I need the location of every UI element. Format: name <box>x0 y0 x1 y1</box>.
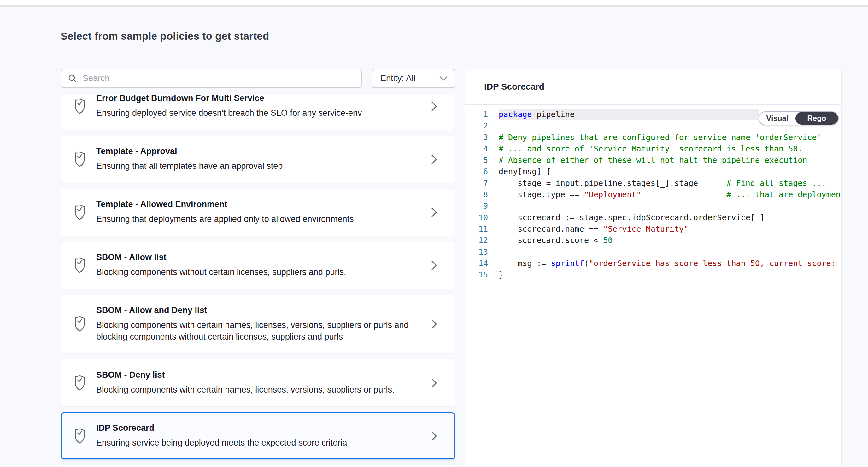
line-content: stage = input.pipeline.stages[_].stage #… <box>499 178 841 189</box>
policy-card-peek[interactable] <box>61 465 455 467</box>
line-content: msg := sprintf("orderService has score l… <box>499 258 841 269</box>
chevron-down-icon <box>439 76 447 81</box>
line-number: 12 <box>465 235 488 246</box>
line-number: 2 <box>465 120 488 132</box>
policy-list: Error Budget Burndown For Multi Service … <box>61 95 455 467</box>
code-line: 3# Deny pipelines that are configured fo… <box>465 132 841 143</box>
shield-check-icon <box>72 257 87 273</box>
line-content: # ... and score of 'Service Maturity' sc… <box>499 143 841 155</box>
chevron-right-icon <box>432 207 437 217</box>
line-content: scorecard := stage.spec.idpScorecard.ord… <box>499 212 841 224</box>
line-content: scorecard.score < 50 <box>499 235 841 246</box>
code-line: 6deny[msg] { <box>465 166 841 177</box>
line-number: 14 <box>465 258 488 269</box>
policy-title: SBOM - Allow list <box>96 253 419 262</box>
line-number: 5 <box>465 155 488 166</box>
chevron-right-icon <box>432 319 437 329</box>
line-content <box>499 200 841 212</box>
line-content: # Deny pipelines that are configured for… <box>499 132 841 143</box>
line-number: 8 <box>465 189 488 200</box>
chevron-right-icon <box>432 101 437 111</box>
code-line: 7 stage = input.pipeline.stages[_].stage… <box>465 178 841 189</box>
chevron-right-icon <box>432 260 437 270</box>
line-number: 4 <box>465 143 488 155</box>
preview-title: IDP Scorecard <box>484 82 545 92</box>
search-box[interactable] <box>61 69 362 88</box>
code-line: 11 scorecard.name == "Service Maturity" <box>465 224 841 235</box>
policy-description: Ensuring that deployments are applied on… <box>96 213 419 225</box>
policy-description: Blocking components with certain names, … <box>96 319 419 343</box>
code-editor[interactable]: 1package pipeline23# Deny pipelines that… <box>465 105 841 281</box>
code-line: 13 <box>465 246 841 258</box>
shield-check-icon <box>72 151 87 168</box>
policy-description: Ensuring deployed service doesn't breach… <box>96 107 419 119</box>
search-icon <box>67 74 78 84</box>
policy-card[interactable]: Template - Approval Ensuring that all te… <box>61 136 455 183</box>
line-number: 10 <box>465 212 488 224</box>
chevron-right-icon <box>432 378 437 388</box>
policy-description: Blocking components with certain names, … <box>96 384 419 396</box>
page-title: Select from sample policies to get start… <box>61 30 269 42</box>
line-content: stage.type == "Deployment" # ... that ar… <box>499 189 841 200</box>
code-line: 8 stage.type == "Deployment" # ... that … <box>465 189 841 200</box>
shield-check-icon <box>72 375 87 391</box>
preview-panel: IDP Scorecard Visual Rego 1package pipel… <box>465 69 841 467</box>
code-line: 10 scorecard := stage.spec.idpScorecard.… <box>465 212 841 224</box>
code-line: 4# ... and score of 'Service Maturity' s… <box>465 143 841 155</box>
line-number: 6 <box>465 166 488 177</box>
topbar <box>0 0 868 7</box>
policy-card[interactable]: Template - Allowed Environment Ensuring … <box>61 189 455 236</box>
line-number: 13 <box>465 246 488 258</box>
line-content <box>499 246 841 258</box>
code-line: 12 scorecard.score < 50 <box>465 235 841 246</box>
policy-description: Ensuring that all templates have an appr… <box>96 160 419 172</box>
line-number: 7 <box>465 178 488 189</box>
line-number: 15 <box>465 269 488 281</box>
policy-title: Error Budget Burndown For Multi Service <box>96 95 419 103</box>
chevron-right-icon <box>432 154 437 165</box>
policy-title: Template - Allowed Environment <box>96 199 419 209</box>
line-content: scorecard.name == "Service Maturity" <box>499 224 841 235</box>
code-line: 9 <box>465 200 841 212</box>
shield-check-icon <box>72 98 87 115</box>
shield-check-icon <box>72 316 87 332</box>
code-line: 5# Absence of either of these will not h… <box>465 155 841 166</box>
preview-header: IDP Scorecard <box>465 69 841 105</box>
view-toggle: Visual Rego <box>758 111 839 125</box>
policy-description: Blocking components without certain lice… <box>96 266 419 278</box>
toggle-rego[interactable]: Rego <box>796 112 838 125</box>
chevron-right-icon <box>432 431 437 441</box>
code-line: 15} <box>465 269 841 281</box>
line-number: 1 <box>465 109 488 120</box>
policy-card[interactable]: SBOM - Deny list Blocking components wit… <box>61 359 455 406</box>
toggle-visual[interactable]: Visual <box>759 112 796 125</box>
policy-card[interactable]: SBOM - Allow and Deny list Blocking comp… <box>61 295 455 353</box>
policy-title: SBOM - Deny list <box>96 370 419 380</box>
policy-title: SBOM - Allow and Deny list <box>96 305 419 315</box>
policy-description: Ensuring service being deployed meets th… <box>96 437 419 449</box>
shield-check-icon <box>72 428 87 444</box>
line-content: } <box>499 269 841 281</box>
line-number: 11 <box>465 224 488 235</box>
policy-title: IDP Scorecard <box>96 423 419 433</box>
policy-card[interactable]: Error Budget Burndown For Multi Service … <box>61 95 455 130</box>
policy-card[interactable]: IDP Scorecard Ensuring service being dep… <box>61 412 455 460</box>
code-line: 14 msg := sprintf("orderService has scor… <box>465 258 841 269</box>
entity-filter-label: Entity: All <box>380 74 415 83</box>
line-number: 3 <box>465 132 488 143</box>
entity-filter-dropdown[interactable]: Entity: All <box>372 69 455 88</box>
shield-check-icon <box>72 204 87 221</box>
policy-card[interactable]: SBOM - Allow list Blocking components wi… <box>61 242 455 289</box>
policy-title: Template - Approval <box>96 146 419 156</box>
line-number: 9 <box>465 200 488 212</box>
line-content: deny[msg] { <box>499 166 841 177</box>
line-content: # Absence of either of these will not ha… <box>499 155 841 166</box>
search-input[interactable] <box>83 74 355 83</box>
